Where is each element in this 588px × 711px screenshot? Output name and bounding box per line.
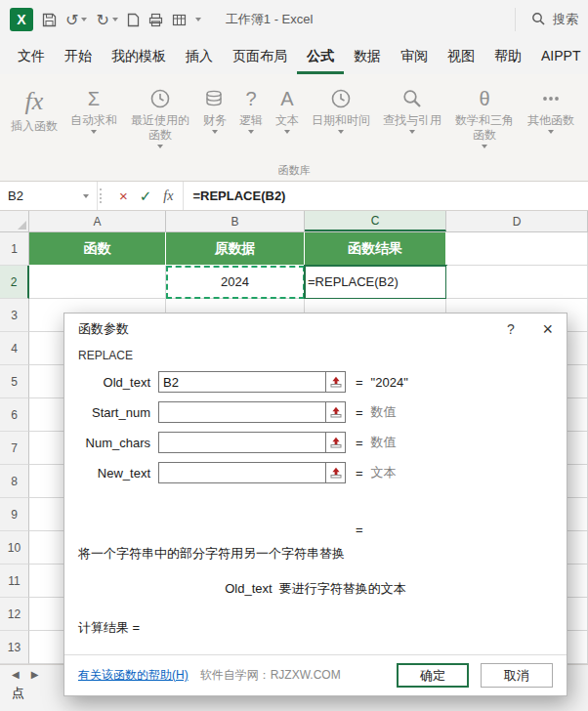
dialog-close-icon[interactable]: × — [527, 320, 553, 338]
select-all-corner[interactable] — [0, 211, 29, 231]
ribbon-button-insert-function[interactable]: fx插入函数 — [6, 82, 63, 136]
row-header-12[interactable]: 12 — [0, 598, 29, 631]
argument-input-Old_text[interactable] — [159, 372, 325, 392]
collapse-dialog-icon — [330, 467, 342, 479]
insert-function-fx-icon[interactable]: fx — [163, 188, 173, 204]
dropdown-icon — [91, 130, 97, 134]
cell-B1[interactable]: 原数据 — [166, 232, 305, 266]
argument-eq: = — [356, 466, 363, 481]
undo-button[interactable]: ↺ — [65, 11, 87, 29]
confirm-entry-icon[interactable]: ✓ — [140, 188, 152, 205]
prev-sheet-icon[interactable]: ◀ — [12, 669, 20, 680]
menu-tab-开始[interactable]: 开始 — [55, 39, 102, 74]
ribbon-button-text[interactable]: A文本 — [271, 82, 304, 136]
dialog-help-icon[interactable]: ? — [494, 321, 527, 337]
function-help-link[interactable]: 有关该函数的帮助(H) — [78, 667, 189, 684]
row-header-6[interactable]: 6 — [0, 398, 29, 432]
cell-D1[interactable] — [446, 232, 588, 266]
calc-result-label: 计算结果 = — [78, 619, 553, 637]
argument-input-Num_chars[interactable] — [159, 433, 325, 452]
save-icon[interactable] — [42, 13, 57, 27]
range-selector-button[interactable] — [325, 402, 345, 422]
undo-dropdown-icon[interactable] — [81, 18, 87, 21]
ribbon-button-label: 日期和时间 — [312, 113, 370, 128]
row-header-5[interactable]: 5 — [0, 365, 29, 398]
ribbon-button-more-functions[interactable]: 其他函数 — [523, 82, 579, 136]
ribbon-button-recent-functions[interactable]: 最近使用的函数 — [125, 82, 195, 150]
row-header-4[interactable]: 4 — [0, 332, 29, 365]
insert-function-icon: fx — [25, 84, 44, 119]
function-name-label: REPLACE — [78, 349, 553, 362]
column-header-D[interactable]: D — [446, 211, 588, 231]
argument-hint: Old_text 要进行字符替换的文本 — [78, 580, 553, 598]
cell-C2[interactable]: =REPLACE(B2) — [305, 266, 446, 299]
name-box-value: B2 — [8, 188, 77, 203]
menu-tab-视图[interactable]: 视图 — [438, 39, 484, 74]
new-file-icon[interactable] — [127, 13, 140, 27]
cell-D2[interactable] — [446, 266, 588, 299]
formula-bar-buttons: × ✓ fx — [109, 182, 184, 210]
menu-tab-数据[interactable]: 数据 — [344, 39, 391, 74]
menu-tab-文件[interactable]: 文件 — [8, 39, 55, 74]
menu-tab-我的模板[interactable]: 我的模板 — [102, 39, 176, 74]
formula-input[interactable]: =REPLACE(B2) — [184, 182, 588, 210]
argument-label: Old_text — [78, 375, 150, 390]
watermark-text: 软件自学网：RJZXW.COM — [200, 667, 341, 684]
range-selector-button[interactable] — [325, 372, 345, 392]
ribbon-button-lookup-reference[interactable]: 查找与引用 — [378, 82, 446, 136]
ribbon-button-math-trig[interactable]: θ数学和三角函数 — [449, 82, 520, 150]
menu-tab-审阅[interactable]: 审阅 — [391, 39, 438, 74]
column-header-C[interactable]: C — [305, 211, 446, 231]
row-header-11[interactable]: 11 — [0, 565, 29, 598]
table-icon[interactable] — [172, 13, 187, 27]
print-icon[interactable] — [148, 13, 163, 27]
row-header-3[interactable]: 3 — [0, 299, 29, 332]
row-header-1[interactable]: 1 — [0, 232, 29, 266]
row-header-10[interactable]: 10 — [0, 531, 29, 565]
ok-button[interactable]: 确定 — [397, 663, 469, 688]
redo-dropdown-icon[interactable] — [112, 18, 118, 21]
row-header-13[interactable]: 13 — [0, 631, 29, 664]
name-box[interactable]: B2 — [0, 182, 98, 210]
menu-tab-公式[interactable]: 公式 — [297, 39, 344, 74]
argument-input-Start_num[interactable] — [159, 402, 325, 422]
menu-tab-AIPPT[interactable]: AIPPT — [531, 39, 588, 74]
row-header-2[interactable]: 2 — [0, 266, 29, 299]
column-header-A[interactable]: A — [29, 211, 166, 231]
row-header-9[interactable]: 9 — [0, 498, 29, 531]
row-header-7[interactable]: 7 — [0, 432, 29, 465]
name-box-dropdown-icon[interactable] — [83, 194, 89, 198]
formula-bar-handle-icon — [100, 188, 107, 203]
argument-input-box — [158, 371, 346, 393]
argument-result: 文本 — [371, 464, 397, 481]
ribbon-button-financial[interactable]: 财务 — [198, 82, 231, 136]
quick-access-more-icon[interactable] — [195, 18, 201, 21]
ribbon-button-autosum[interactable]: Σ自动求和 — [65, 82, 122, 136]
ribbon-button-datetime[interactable]: 日期和时间 — [307, 82, 375, 136]
menu-tab-页面布局[interactable]: 页面布局 — [223, 39, 297, 74]
ribbon-button-logical[interactable]: ?逻辑 — [234, 82, 268, 136]
range-selector-button[interactable] — [325, 433, 345, 452]
argument-label: Start_num — [78, 405, 150, 420]
redo-button[interactable]: ↻ — [96, 11, 117, 29]
cell-A1[interactable]: 函数 — [29, 232, 166, 266]
menu-tab-帮助[interactable]: 帮助 — [484, 39, 531, 74]
column-header-B[interactable]: B — [166, 211, 305, 231]
cancel-entry-icon[interactable]: × — [119, 188, 128, 204]
search-box[interactable]: 搜索 — [515, 8, 578, 31]
dialog-titlebar[interactable]: 函数参数 ? × — [64, 314, 567, 345]
menu-tab-插入[interactable]: 插入 — [176, 39, 223, 74]
next-sheet-icon[interactable]: ▶ — [31, 669, 39, 680]
text-icon: A — [280, 84, 293, 113]
undo-icon: ↺ — [65, 11, 78, 29]
window-title: 工作簿1 - Excel — [226, 11, 314, 28]
cell-C1[interactable]: 函数结果 — [305, 232, 446, 266]
argument-input-New_text[interactable] — [159, 463, 325, 482]
ribbon: fx插入函数Σ自动求和最近使用的函数财务?逻辑A文本日期和时间查找与引用θ数学和… — [0, 74, 588, 182]
dialog-title: 函数参数 — [78, 320, 494, 338]
cell-B2[interactable]: 2024 — [166, 266, 305, 299]
row-header-8[interactable]: 8 — [0, 465, 29, 498]
range-selector-button[interactable] — [325, 463, 345, 482]
cell-A2[interactable] — [29, 266, 166, 299]
cancel-button[interactable]: 取消 — [481, 663, 553, 688]
